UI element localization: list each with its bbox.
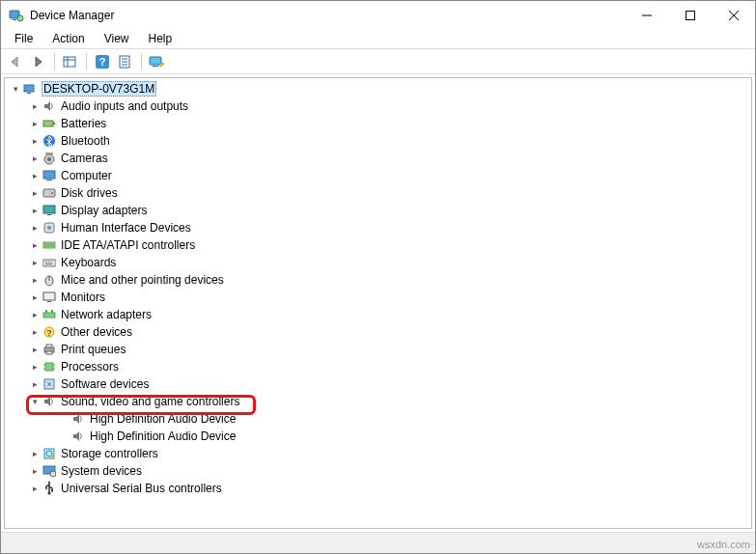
tree-item[interactable]: ▸Universal Serial Bus controllers [5, 480, 751, 497]
menu-action[interactable]: Action [42, 30, 94, 48]
tree-item[interactable]: ▸Audio inputs and outputs [5, 97, 751, 115]
svg-rect-28 [43, 189, 55, 197]
minimize-button[interactable] [625, 1, 668, 30]
tree-item-label: Other devices [61, 325, 132, 339]
svg-point-2 [17, 15, 23, 21]
expand-toggle[interactable]: ▸ [28, 153, 42, 163]
tree-item[interactable]: ▸Software devices [5, 375, 751, 393]
expand-toggle[interactable]: ▸ [28, 310, 42, 319]
menu-help[interactable]: Help [139, 30, 182, 48]
svg-point-29 [51, 192, 53, 194]
tree-item[interactable]: ▸System devices [5, 462, 751, 480]
expand-toggle[interactable]: ▸ [28, 484, 42, 493]
expand-toggle[interactable]: ▾ [28, 397, 42, 406]
expand-toggle[interactable]: ▸ [28, 379, 42, 389]
expand-toggle[interactable]: ▸ [28, 188, 42, 198]
tree-item-label: Keyboards [61, 256, 116, 269]
tree-item-label: Universal Serial Bus controllers [61, 482, 222, 495]
close-button[interactable] [712, 1, 755, 30]
tree-item[interactable]: ▸Keyboards [5, 254, 751, 271]
toolbar-divider [54, 53, 55, 70]
tree-item[interactable]: ▸Disk drives [5, 184, 751, 202]
back-button[interactable] [5, 51, 26, 72]
tree-item[interactable]: ▾Sound, video and game controllers [5, 393, 751, 410]
tree-item[interactable]: ▸IDE ATA/ATAPI controllers [5, 236, 751, 254]
maximize-button[interactable] [668, 1, 712, 30]
bluetooth-icon [42, 133, 57, 149]
svg-rect-17 [153, 66, 158, 67]
window-title: Device Manager [30, 9, 625, 22]
printer-icon [42, 342, 57, 357]
expand-toggle[interactable]: ▸ [28, 466, 42, 476]
show-hidden-button[interactable] [60, 51, 81, 72]
tree-item-label: Computer [61, 169, 112, 182]
hid-icon [42, 220, 57, 235]
properties-button[interactable] [115, 51, 136, 72]
menu-view[interactable]: View [95, 30, 139, 48]
svg-rect-55 [45, 363, 53, 371]
expand-toggle[interactable]: ▸ [28, 136, 42, 146]
forward-button[interactable] [28, 51, 49, 72]
speaker-icon [42, 98, 57, 114]
tree-item[interactable]: ▸Display adapters [5, 202, 751, 219]
usb-icon [42, 481, 57, 496]
svg-rect-39 [46, 262, 47, 263]
tree-item[interactable]: ▸Computer [5, 167, 751, 184]
expand-toggle[interactable]: ▸ [28, 275, 42, 285]
svg-rect-25 [45, 152, 53, 154]
scan-button[interactable] [147, 51, 168, 72]
sound-icon [70, 429, 86, 444]
network-icon [42, 307, 57, 322]
tree-item[interactable]: ▸Batteries [5, 115, 751, 132]
camera-icon [42, 151, 57, 166]
svg-rect-45 [43, 292, 55, 300]
expand-toggle[interactable]: ▸ [28, 362, 42, 372]
tree-item-label: Processors [61, 360, 119, 374]
menu-file[interactable]: File [5, 30, 42, 48]
expand-toggle[interactable]: ▸ [28, 206, 42, 215]
tree-item-label: Mice and other pointing devices [61, 273, 224, 287]
tree-child-item[interactable]: High Definition Audio Device [5, 428, 751, 445]
tree-item[interactable]: ▸Processors [5, 358, 751, 375]
expand-toggle[interactable]: ▸ [28, 119, 42, 128]
ide-icon [42, 237, 57, 253]
expand-toggle[interactable]: ▸ [28, 101, 42, 111]
expand-toggle[interactable]: ▸ [28, 327, 42, 337]
tree-item-label: Storage controllers [61, 447, 158, 460]
system-icon [42, 463, 57, 479]
svg-rect-42 [45, 263, 52, 264]
tree-item[interactable]: ▸Storage controllers [5, 445, 751, 462]
tree-view[interactable]: ▾DESKTOP-0V73G1M▸Audio inputs and output… [4, 77, 752, 529]
expand-toggle[interactable]: ▸ [28, 223, 42, 233]
tree-child-item[interactable]: High Definition Audio Device [5, 410, 751, 428]
svg-text:?: ? [99, 56, 106, 68]
tree-item[interactable]: ▸Bluetooth [5, 132, 751, 150]
tree-item[interactable]: ▸Cameras [5, 150, 751, 167]
tree-item[interactable]: ▸Print queues [5, 341, 751, 358]
expand-toggle[interactable]: ▸ [28, 240, 42, 250]
disk-icon [42, 185, 57, 201]
tree-item[interactable]: ▸?Other devices [5, 323, 751, 341]
tree-item[interactable]: ▸Network adapters [5, 306, 751, 323]
expand-toggle[interactable]: ▸ [28, 171, 42, 180]
svg-rect-40 [48, 262, 49, 263]
tree-item-label: Sound, video and game controllers [61, 395, 239, 408]
expand-toggle[interactable]: ▸ [28, 345, 42, 354]
toolbar: ? [1, 49, 755, 74]
expand-toggle[interactable]: ▸ [28, 292, 42, 302]
svg-rect-53 [46, 345, 52, 347]
svg-rect-19 [27, 93, 31, 94]
tree-item[interactable]: ▸Mice and other pointing devices [5, 271, 751, 289]
root-icon [22, 81, 38, 97]
expand-toggle[interactable]: ▸ [28, 449, 42, 458]
mouse-icon [42, 272, 57, 288]
tree-item[interactable]: ▸Human Interface Devices [5, 219, 751, 236]
tree-item[interactable]: ▾DESKTOP-0V73G1M [5, 80, 751, 97]
help-button[interactable]: ? [92, 51, 113, 72]
device-manager-window: Device Manager File Action View Help [0, 0, 756, 554]
svg-rect-34 [43, 242, 55, 248]
expand-toggle[interactable]: ▾ [9, 84, 22, 94]
tree-item[interactable]: ▸Monitors [5, 289, 751, 306]
menubar: File Action View Help [1, 30, 755, 49]
expand-toggle[interactable]: ▸ [28, 258, 42, 267]
